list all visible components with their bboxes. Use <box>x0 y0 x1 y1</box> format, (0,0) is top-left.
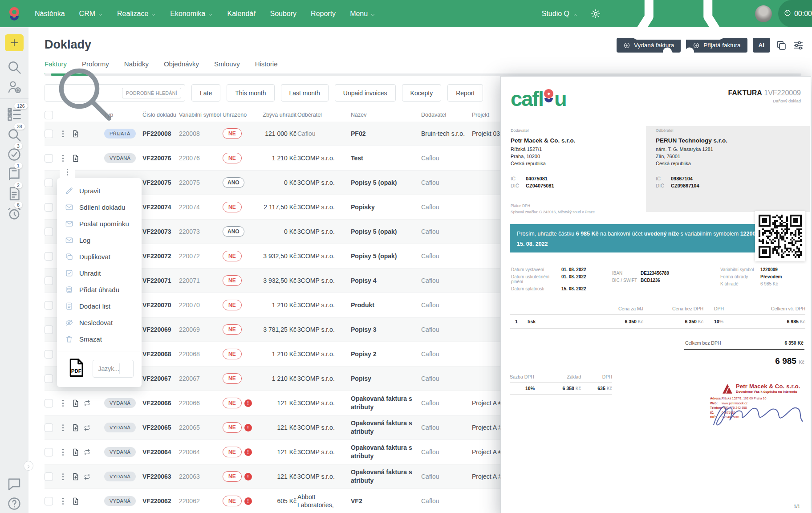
column-header-6: Odběratel <box>297 112 351 118</box>
row-checkbox[interactable] <box>45 423 53 432</box>
table-row[interactable]: PŘIJATÁPF220008220008NE121 000 KčCaflouP… <box>45 122 534 146</box>
menu-item-label: Dodací list <box>79 302 110 310</box>
nav-item-reporty[interactable]: Reporty <box>311 10 336 18</box>
row-menu-button[interactable] <box>60 449 66 456</box>
row-checkbox[interactable] <box>45 130 53 138</box>
sidebar-expand-button[interactable] <box>24 461 33 471</box>
sidebar-reminders-button[interactable]: 6 <box>6 205 22 221</box>
sidebar-search-button[interactable] <box>6 59 22 75</box>
table-row[interactable]: VYDANÁVF220062220062NE!605 KčAbbott Labo… <box>45 489 534 513</box>
table-row[interactable]: VYDANÁVF220064220064NE!121 Kč3COMP s.r.o… <box>45 440 534 464</box>
row-checkbox[interactable] <box>45 472 53 481</box>
row-checkbox[interactable] <box>45 399 53 407</box>
row-checkbox[interactable] <box>45 228 53 236</box>
sidebar-tasks-button[interactable]: 126 <box>6 106 22 122</box>
download-document-icon[interactable] <box>71 497 80 505</box>
menu-item-sdílení-dokladu[interactable]: Sdílení dokladu <box>57 199 142 216</box>
user-avatar[interactable] <box>755 5 772 22</box>
sidebar-journal-button[interactable]: 1 <box>6 166 22 182</box>
nav-item-crm[interactable]: CRM <box>79 10 103 18</box>
row-checkbox[interactable] <box>45 179 53 187</box>
row-checkbox[interactable] <box>45 448 53 456</box>
filter-button-unpaid-invoices[interactable]: Unpaid invoices <box>335 84 396 102</box>
chat-button[interactable] <box>6 476 22 492</box>
row-checkbox[interactable] <box>45 497 53 505</box>
row-checkbox[interactable] <box>45 277 53 285</box>
menu-item-smazat[interactable]: Smazat <box>57 331 142 347</box>
tab-nabídky[interactable]: Nabídky <box>124 60 149 75</box>
nav-item-menu[interactable]: Menu <box>350 10 375 18</box>
table-row[interactable]: VYDANÁVF220076220076NE1 210 Kč3COMP s.r.… <box>45 146 534 171</box>
row-menu-button[interactable] <box>60 155 66 162</box>
row-checkbox[interactable] <box>45 154 53 163</box>
nav-item-soubory[interactable]: Soubory <box>270 10 297 18</box>
duplicate-view-button[interactable] <box>775 40 787 51</box>
notifications-button[interactable]: 2629 <box>612 0 745 81</box>
select-all-checkbox[interactable] <box>45 111 53 119</box>
sidebar-saved-search-button[interactable]: 38 <box>6 127 22 143</box>
table-row[interactable]: VYDANÁVF220065220065NE!121 Kč3COMP s.r.o… <box>45 415 534 440</box>
filter-button-report[interactable]: Report <box>447 84 483 102</box>
row-checkbox[interactable] <box>45 350 53 358</box>
menu-item-přidat-úhradu[interactable]: Přidat úhradu <box>57 281 142 298</box>
tab-historie[interactable]: Historie <box>255 60 278 75</box>
table-row[interactable]: VYDANÁVF220063220063NE!121 Kč3COMP s.r.o… <box>45 464 534 489</box>
menu-item-upravit[interactable]: Upravit <box>57 183 142 199</box>
download-document-icon[interactable] <box>71 472 80 481</box>
row-checkbox[interactable] <box>45 375 53 383</box>
menu-item-nesledovat[interactable]: Nesledovat <box>57 314 142 331</box>
menu-item-poslat-upomínku[interactable]: Poslat upomínku <box>57 216 142 232</box>
document-number-cell: VF220066 <box>142 399 179 407</box>
row-checkbox[interactable] <box>45 326 53 334</box>
name-cell: Popisky <box>351 203 421 212</box>
download-document-icon[interactable] <box>71 130 80 138</box>
row-checkbox[interactable] <box>45 252 53 261</box>
download-document-icon[interactable] <box>71 154 80 163</box>
row-menu-button[interactable] <box>60 130 66 137</box>
quick-add-button[interactable] <box>5 34 24 51</box>
row-menu-button[interactable] <box>60 473 66 480</box>
menu-item-label: Log <box>79 236 90 244</box>
filter-button-last-month[interactable]: Last month <box>281 84 329 102</box>
sidebar-notes-button[interactable]: 2 <box>6 186 22 202</box>
logo-body-shape <box>10 16 19 20</box>
filter-button-late[interactable]: Late <box>191 84 220 102</box>
menu-item-duplikovat[interactable]: Duplikovat <box>57 248 142 265</box>
nav-item-nástěnka[interactable]: Nástěnka <box>35 10 65 18</box>
tab-objednávky[interactable]: Objednávky <box>164 60 199 75</box>
row-menu-button[interactable] <box>60 498 66 505</box>
nav-item-ekonomika[interactable]: Ekonomika <box>170 10 213 18</box>
row-menu-button[interactable] <box>60 400 66 407</box>
time-tracker[interactable]: 00:00 <box>778 0 812 27</box>
row-checkbox-cell <box>45 472 60 481</box>
search-input[interactable] <box>118 90 122 97</box>
add-contact-button[interactable] <box>6 79 22 95</box>
ai-button[interactable]: AI <box>753 38 771 53</box>
language-select[interactable]: Jazyk... <box>93 360 134 378</box>
workspace-switcher[interactable]: Studio Q <box>542 10 578 18</box>
filter-button-kocepty[interactable]: Kocepty <box>402 84 442 102</box>
nav-item-realizace[interactable]: Realizace <box>117 10 156 18</box>
download-document-icon[interactable] <box>71 399 80 407</box>
row-menu-button[interactable] <box>60 424 66 431</box>
table-row[interactable]: VYDANÁVF220066220066NE!121 Kč3COMP s.r.o… <box>45 391 534 415</box>
help-button[interactable] <box>6 496 22 512</box>
document-number-cell: VF220076 <box>142 155 179 162</box>
row-checkbox[interactable] <box>45 203 53 212</box>
menu-item-uhradit[interactable]: Uhradit <box>57 265 142 281</box>
nav-item-kalendář[interactable]: Kalendář <box>227 10 256 18</box>
menu-item-dodací-list[interactable]: Dodací list <box>57 298 142 314</box>
row-checkbox[interactable] <box>45 301 53 309</box>
view-settings-button[interactable] <box>792 40 804 51</box>
advanced-search-button[interactable]: PODROBNÉ HLEDÁNÍ <box>122 88 181 98</box>
sidebar-approvals-button[interactable]: 3 <box>6 147 22 163</box>
menu-item-log[interactable]: Log <box>57 232 142 248</box>
filter-button-this-month[interactable]: This month <box>227 84 274 102</box>
download-document-icon[interactable] <box>71 423 80 432</box>
recurring-icon <box>83 399 91 407</box>
tab-smlouvy[interactable]: Smlouvy <box>214 60 240 75</box>
menu-item-label: Přidat úhradu <box>79 286 119 293</box>
download-document-icon[interactable] <box>71 448 80 456</box>
gear-icon[interactable] <box>590 8 601 19</box>
caflou-logo-icon[interactable] <box>0 0 28 27</box>
